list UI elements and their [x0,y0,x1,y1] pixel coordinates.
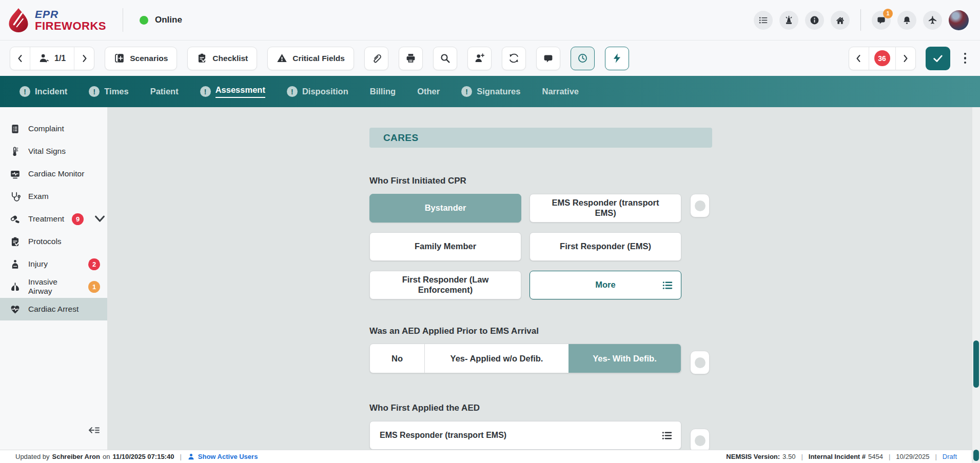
aed-who-selected-value: EMS Responder (transport EMS) [380,431,506,440]
sidebar-item-exam[interactable]: Exam [0,185,107,208]
assessment-form-panel: CARES Who First Initiated CPR Bystander … [108,107,980,450]
aed-option-no[interactable]: No [370,344,425,373]
patient-counter[interactable]: 1/1 [30,47,74,70]
messages-button[interactable]: 1 [872,11,891,30]
checklist-button[interactable]: Checklist [187,47,257,70]
online-status-dot [140,16,148,25]
sidebar-item-invasive-airway[interactable]: Invasive Airway 1 [0,275,107,298]
section-navbar: ! Incident ! Times Patient ! Assessment … [0,76,980,107]
list-menu-button[interactable] [754,11,773,30]
sidebar-item-cardiac-monitor[interactable]: Cardiac Monitor [0,163,107,185]
aed-who-field-status-toggle[interactable] [690,429,710,450]
tab-disposition[interactable]: ! Disposition [287,86,348,97]
invasive-airway-count-badge: 1 [88,281,100,293]
window-scrollbar-thumb[interactable] [973,340,979,388]
warning-triangle-icon [277,53,287,64]
scenarios-icon [114,53,125,64]
siren-icon [784,15,794,25]
sidebar-item-protocols[interactable]: Protocols [0,230,107,253]
cpr-option-bystander[interactable]: Bystander [369,194,521,223]
header-divider [123,8,123,32]
tab-narrative[interactable]: Narrative [542,87,579,96]
window-scrollbar-track[interactable] [972,107,980,463]
sidebar-item-cardiac-arrest[interactable]: Cardiac Arrest [0,298,107,320]
record-toolbar: 1/1 Scenarios Checklist [0,41,980,76]
header-icon-bar: 1 [754,9,969,31]
pills-icon [10,214,21,225]
comments-button[interactable] [536,47,560,70]
next-issue-button[interactable] [896,47,915,70]
times-quick-button[interactable] [571,47,595,70]
active-user-icon [187,453,195,460]
siren-button[interactable] [779,11,798,30]
sidebar-item-treatment[interactable]: Treatment 9 [0,208,107,230]
aed-field-status-toggle[interactable] [690,351,710,374]
quick-actions-button[interactable] [605,47,629,70]
cpr-field-status-toggle[interactable] [690,194,710,217]
tab-incident[interactable]: ! Incident [19,86,67,97]
tab-times[interactable]: ! Times [89,86,128,97]
flight-mode-button[interactable] [923,11,942,30]
window-scrollbar-thumb-secondary[interactable] [973,450,979,461]
next-patient-button[interactable] [74,47,94,70]
aed-option-applied-without-defib[interactable]: Yes- Applied w/o Defib. [425,344,569,373]
incident-number: 5454 [868,453,883,460]
tab-billing[interactable]: Billing [370,87,396,96]
stethoscope-icon [10,191,21,202]
person-add-icon [474,53,485,64]
app-logo[interactable]: EPR FIREWORKS [7,8,106,32]
status-bar: Updated by Schreiber Aron on 11/10/2025 … [0,450,980,463]
clock-icon [577,53,588,64]
lightning-icon [612,53,622,64]
print-icon [405,53,416,64]
sidebar-item-injury[interactable]: Injury 2 [0,253,107,275]
tab-signatures[interactable]: ! Signatures [461,86,520,97]
checklist-icon [197,53,207,64]
critical-fields-button[interactable]: Critical Fields [267,47,354,70]
aed-option-with-defib[interactable]: Yes- With Defib. [569,344,681,373]
aed-who-dropdown[interactable]: EMS Responder (transport EMS) [369,421,681,450]
aed-segmented-control: No Yes- Applied w/o Defib. Yes- With Def… [369,344,681,373]
nemsis-label: NEMSIS Version: [726,453,780,460]
save-button[interactable] [926,47,950,70]
assessment-sidebar: Complaint Vital Signs Cardiac Monitor [0,107,108,450]
tab-other[interactable]: Other [417,87,440,96]
user-avatar[interactable] [949,10,969,30]
collapse-sidebar-button[interactable] [88,426,100,437]
status-circle [695,435,705,446]
show-active-users-link[interactable]: Show Active Users [187,453,258,460]
print-button[interactable] [399,47,423,70]
search-button[interactable] [433,47,457,70]
refresh-icon [508,53,519,64]
tab-assessment[interactable]: ! Assessment [200,85,265,98]
checklist-label: Checklist [212,54,248,63]
cpr-option-first-responder-law[interactable]: First Responder (Law Enforcement) [369,271,521,299]
attachments-button[interactable] [364,47,388,70]
info-button[interactable] [805,11,824,30]
overflow-menu-button[interactable] [960,50,971,67]
sidebar-item-complaint[interactable]: Complaint [0,117,107,140]
paperclip-icon [371,53,382,64]
flame-logo-icon [7,8,30,32]
aed-question-label: Was an AED Applied Prior to EMS Arrival [369,326,712,336]
add-crew-member-button[interactable] [467,47,492,70]
home-button[interactable] [831,11,850,30]
cpr-option-first-responder-ems[interactable]: First Responder (EMS) [530,232,681,261]
tab-patient[interactable]: Patient [150,87,179,96]
logo-fireworks-text: FIREWORKS [35,21,106,32]
chevron-down-icon[interactable] [94,214,105,225]
previous-patient-button[interactable] [10,47,30,70]
cpr-question-label: Who First Initiated CPR [369,176,712,186]
record-status-badge[interactable]: Draft [943,453,957,460]
scenarios-button[interactable]: Scenarios [105,47,177,70]
sidebar-item-vital-signs[interactable]: Vital Signs [0,140,107,163]
cpr-option-more[interactable]: More [530,271,681,299]
issue-count-cell[interactable]: 36 [869,47,896,70]
previous-issue-button[interactable] [849,47,869,70]
notifications-button[interactable] [897,11,916,30]
cpr-option-ems-responder[interactable]: EMS Responder (transport EMS) [530,194,681,223]
sync-button[interactable] [502,47,526,70]
cpr-option-family-member[interactable]: Family Member [369,232,521,261]
treatment-count-badge: 9 [72,213,84,225]
issue-pager: 36 [849,47,916,70]
